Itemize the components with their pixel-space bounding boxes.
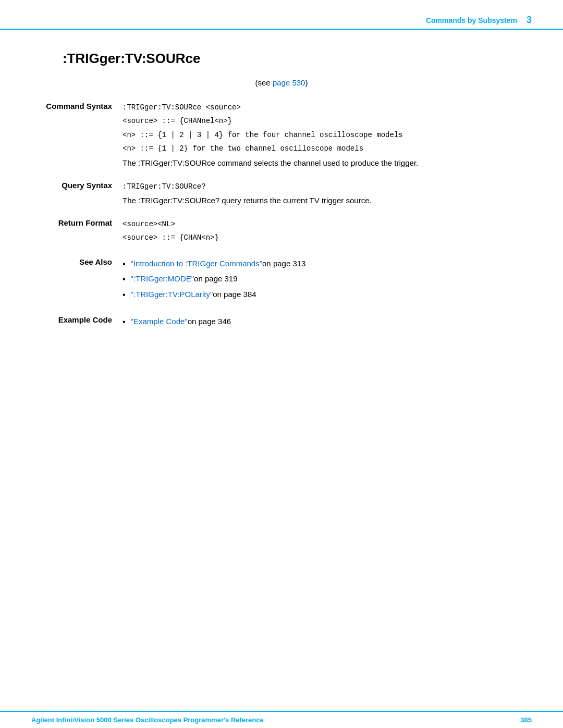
query-syntax-value: :TRIGger:TV:SOURce? The :TRIGger:TV:SOUR… — [123, 178, 532, 210]
see-also-item-1: "Introduction to :TRIGger Commands" on p… — [123, 257, 532, 271]
query-syntax-prose: The :TRIGger:TV:SOURce? query returns th… — [123, 196, 372, 205]
see-also-link-3[interactable]: ":TRIGger:TV:POLarity" — [131, 288, 213, 301]
example-code-label: Example Code — [31, 312, 123, 334]
command-syntax-line-3: <n> ::= {1 | 2 | 3 | 4} for the four cha… — [123, 129, 532, 141]
query-syntax-row: Query Syntax :TRIGger:TV:SOURce? The :TR… — [31, 178, 532, 210]
main-content: :TRIGger:TV:SOURce (see page 530) Comman… — [0, 30, 563, 365]
example-code-item-1: "Example Code" on page 346 — [123, 315, 532, 329]
definition-table: Command Syntax :TRIGger:TV:SOURce <sourc… — [31, 98, 532, 334]
query-syntax-line-1: :TRIGger:TV:SOURce? — [123, 181, 532, 192]
footer-title: Agilent InfiniiVision 5000 Series Oscill… — [31, 716, 264, 724]
see-also-suffix-1: on page 313 — [262, 257, 305, 270]
example-code-suffix-1: on page 346 — [188, 315, 231, 328]
see-also-value: "Introduction to :TRIGger Commands" on p… — [123, 254, 532, 307]
example-code-link-1[interactable]: "Example Code" — [131, 315, 188, 328]
see-also-label: See Also — [31, 254, 123, 307]
see-also-link-2[interactable]: ":TRIGger:MODE" — [131, 273, 194, 285]
example-code-value: "Example Code" on page 346 — [123, 312, 532, 334]
see-also-item-2: ":TRIGger:MODE" on page 319 — [123, 273, 532, 286]
command-syntax-row: Command Syntax :TRIGger:TV:SOURce <sourc… — [31, 98, 532, 172]
example-code-row: Example Code "Example Code" on page 346 — [31, 312, 532, 334]
header-page-number: 3 — [527, 15, 532, 26]
command-syntax-line-4: <n> ::= {1 | 2} for the two channel osci… — [123, 143, 532, 154]
command-syntax-line-1: :TRIGger:TV:SOURce <source> — [123, 102, 532, 113]
return-format-row: Return Format <source><NL> <source> ::= … — [31, 215, 532, 249]
return-format-line-2: <source> ::= {CHAN<n>} — [123, 232, 532, 243]
see-ref-before: (see — [255, 78, 273, 87]
page-title: :TRIGger:TV:SOURce — [63, 51, 532, 67]
see-also-link-1[interactable]: "Introduction to :TRIGger Commands" — [131, 257, 262, 270]
query-syntax-label: Query Syntax — [31, 178, 123, 210]
see-ref-after: ) — [305, 78, 308, 87]
page-container: Commands by Subsystem 3 :TRIGger:TV:SOUR… — [0, 0, 563, 728]
see-page-reference: (see page 530) — [31, 78, 532, 87]
return-format-line-1: <source><NL> — [123, 218, 532, 230]
command-syntax-line-2: <source> ::= {CHANnel<n>} — [123, 115, 532, 127]
header-section-title: Commands by Subsystem — [426, 16, 517, 24]
see-also-row: See Also "Introduction to :TRIGger Comma… — [31, 254, 532, 307]
return-format-value: <source><NL> <source> ::= {CHAN<n>} — [123, 215, 532, 249]
see-ref-link[interactable]: page 530 — [273, 78, 305, 87]
see-also-suffix-2: on page 319 — [194, 273, 237, 285]
footer-page-number: 385 — [520, 716, 532, 724]
see-also-suffix-3: on page 384 — [213, 288, 256, 301]
command-syntax-label: Command Syntax — [31, 98, 123, 172]
command-syntax-prose: The :TRIGger:TV:SOURce command selects t… — [123, 158, 418, 167]
page-header: Commands by Subsystem 3 — [0, 0, 563, 30]
page-footer: Agilent InfiniiVision 5000 Series Oscill… — [0, 711, 563, 728]
see-also-item-3: ":TRIGger:TV:POLarity" on page 384 — [123, 288, 532, 302]
see-also-list: "Introduction to :TRIGger Commands" on p… — [123, 257, 532, 302]
return-format-label: Return Format — [31, 215, 123, 249]
example-code-list: "Example Code" on page 346 — [123, 315, 532, 329]
command-syntax-value: :TRIGger:TV:SOURce <source> <source> ::=… — [123, 98, 532, 172]
